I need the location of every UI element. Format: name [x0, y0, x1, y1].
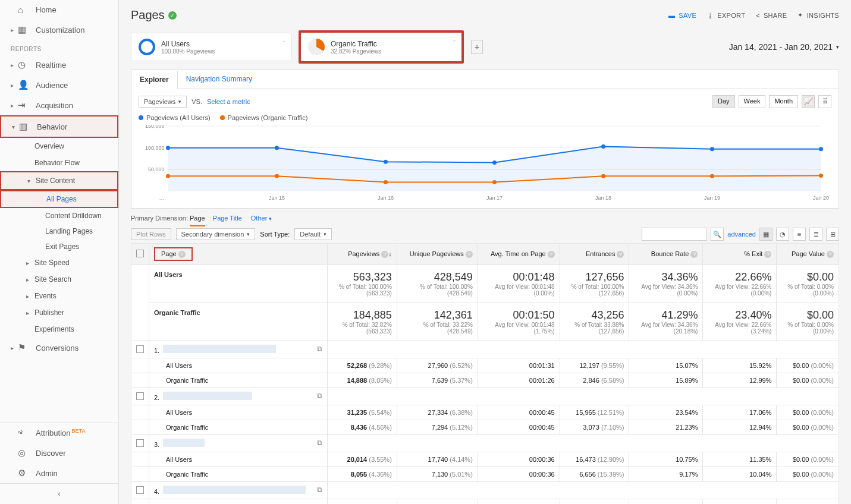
nav-acquisition[interactable]: ▸⇥Acquisition [0, 95, 118, 115]
col-page[interactable]: Page? [149, 244, 328, 265]
chart-svg: 50,000100,000150,000Jan 15Jan 16Jan 17Ja… [139, 125, 831, 202]
view-comparison[interactable]: ≣ [809, 228, 822, 241]
row-checkbox[interactable] [136, 486, 144, 494]
nav-audience[interactable]: ▸👤Audience [0, 75, 118, 95]
col-exit[interactable]: % Exit? [703, 244, 777, 265]
search-input[interactable] [642, 228, 707, 241]
svg-point-16 [492, 160, 497, 165]
table-row: All Users 52,268 (9.28%) 27,960 (6.52%) … [131, 358, 839, 373]
select-metric-link[interactable]: Select a metric [207, 98, 250, 105]
save-button[interactable]: ▬SAVE [668, 12, 696, 19]
dimension-other[interactable]: Other ▾ [251, 215, 272, 222]
add-segment-button[interactable]: + [471, 40, 483, 54]
svg-point-22 [384, 180, 388, 184]
nav-exit-pages[interactable]: Exit Pages [0, 239, 118, 254]
share-button[interactable]: <SHARE [756, 12, 787, 19]
dashboard-icon: ▦ [18, 24, 29, 35]
nav-home[interactable]: ⌂ Home [0, 0, 118, 20]
metric-dropdown[interactable]: Pageviews▾ [139, 96, 187, 108]
chart-type-line[interactable]: 📈 [802, 95, 815, 108]
chevron-down-icon[interactable]: ⌄ [281, 37, 286, 43]
nav-events[interactable]: ▸Events [0, 288, 118, 304]
view-pivot[interactable]: ⊞ [826, 228, 839, 241]
chart-panel: Pageviews▾ VS. Select a metric Day Week … [131, 89, 839, 209]
svg-text:100,000: 100,000 [145, 145, 165, 151]
row-checkbox[interactable] [136, 392, 144, 400]
nav-customization[interactable]: ▸▦ Customization [0, 20, 118, 40]
page-cell[interactable]: 2. ⧉ [149, 388, 328, 405]
col-bounce[interactable]: Bounce Rate? [629, 244, 703, 265]
time-day[interactable]: Day [712, 95, 735, 108]
page-cell[interactable]: 3. ⧉ [149, 435, 328, 452]
open-icon[interactable]: ⧉ [317, 486, 322, 494]
search-button[interactable]: 🔍 [711, 228, 724, 241]
col-pageviews[interactable]: Pageviews? ↓ [328, 244, 397, 265]
nav-publisher[interactable]: ▸Publisher [0, 304, 118, 321]
row-checkbox[interactable] [136, 345, 144, 353]
svg-text:Jan 19: Jan 19 [704, 195, 720, 201]
nav-conversions[interactable]: ▸⚑Conversions [0, 338, 118, 358]
svg-text:Jan 17: Jan 17 [486, 195, 503, 201]
dimension-page[interactable]: Page [190, 215, 205, 226]
nav-experiments[interactable]: Experiments [0, 321, 118, 338]
nav-behavior[interactable]: ▾▥Behavior [0, 115, 118, 138]
view-performance[interactable]: ≡ [793, 228, 806, 241]
flag-icon: ⚑ [18, 342, 29, 353]
svg-text:…: … [159, 195, 165, 201]
nav-all-pages[interactable]: All Pages [0, 190, 118, 208]
advanced-link[interactable]: advanced [727, 231, 756, 238]
nav-realtime[interactable]: ▸◷Realtime [0, 55, 118, 75]
segment-all-users[interactable]: All Users100.00% Pageviews ⌄ [131, 33, 291, 61]
chart-type-motion[interactable]: ⠿ [818, 95, 831, 108]
nav-site-speed[interactable]: ▸Site Speed [0, 254, 118, 271]
sort-type-dropdown[interactable]: Default▾ [294, 228, 332, 240]
view-pie[interactable]: ◔ [776, 228, 789, 241]
table-row: Organic Traffic 8,055 (4.36%) 7,130 (5.0… [131, 467, 839, 482]
sidebar-collapse[interactable]: ‹ [0, 483, 118, 504]
verified-icon: ✓ [168, 11, 177, 20]
insights-button[interactable]: ✦INSIGHTS [797, 11, 839, 19]
segment-label: All Users [149, 358, 328, 373]
page-cell[interactable]: 4. ⧉ [149, 482, 328, 499]
nav-attribution[interactable]: ༄AttributionBETA [0, 423, 118, 443]
tab-explorer[interactable]: Explorer [131, 71, 178, 89]
nav-behavior-flow[interactable]: Behavior Flow [0, 155, 118, 171]
nav-site-content[interactable]: ▾Site Content [0, 171, 118, 190]
nav-site-search[interactable]: ▸Site Search [0, 271, 118, 288]
summary-row: Organic Traffic184,885% of Total: 32.82%… [131, 303, 839, 341]
nav-discover[interactable]: ◎Discover [0, 443, 118, 463]
nav-behavior-overview[interactable]: Overview [0, 138, 118, 155]
tab-navigation-summary[interactable]: Navigation Summary [178, 70, 260, 89]
segment-organic-traffic[interactable]: Organic Traffic32.82% Pageviews ⌄ [299, 30, 464, 64]
col-entrances[interactable]: Entrances? [560, 244, 629, 265]
date-range-picker[interactable]: Jan 14, 2021 - Jan 20, 2021▾ [729, 42, 839, 52]
primary-dimension-label: Primary Dimension: [131, 215, 188, 222]
view-table[interactable]: ▦ [759, 228, 773, 241]
page-cell[interactable]: 1. ⧉ [149, 341, 328, 358]
secondary-dimension-dropdown[interactable]: Secondary dimension▾ [176, 228, 256, 240]
open-icon[interactable]: ⧉ [317, 392, 322, 400]
nav-admin[interactable]: ⚙Admin [0, 463, 118, 483]
nav-landing-pages[interactable]: Landing Pages [0, 223, 118, 239]
reports-label: REPORTS [0, 40, 118, 55]
time-week[interactable]: Week [739, 95, 766, 108]
chevron-down-icon[interactable]: ⌄ [452, 36, 457, 43]
export-button[interactable]: ⭳EXPORT [707, 12, 745, 19]
segment-label: Organic Traffic [149, 467, 328, 482]
time-month[interactable]: Month [769, 95, 798, 108]
open-icon[interactable]: ⧉ [317, 345, 322, 353]
table-row: 2. ⧉ [131, 388, 839, 405]
main-content: Pages ✓ ▬SAVE ⭳EXPORT <SHARE ✦INSIGHTS A… [119, 0, 851, 504]
segment-label: All Users [149, 452, 328, 467]
col-value[interactable]: Page Value? [777, 244, 839, 265]
row-checkbox[interactable] [136, 439, 144, 447]
col-avgtime[interactable]: Avg. Time on Page? [478, 244, 560, 265]
nav-content-drilldown[interactable]: Content Drilldown [0, 208, 118, 223]
download-icon: ⭳ [707, 12, 714, 19]
open-icon[interactable]: ⧉ [317, 439, 322, 447]
nav-customization-label: Customization [36, 26, 111, 34]
plot-rows-button[interactable]: Plot Rows [131, 228, 171, 240]
select-all-checkbox[interactable] [136, 250, 144, 257]
col-unique[interactable]: Unique Pageviews? [397, 244, 478, 265]
dimension-page-title[interactable]: Page Title [213, 215, 242, 222]
